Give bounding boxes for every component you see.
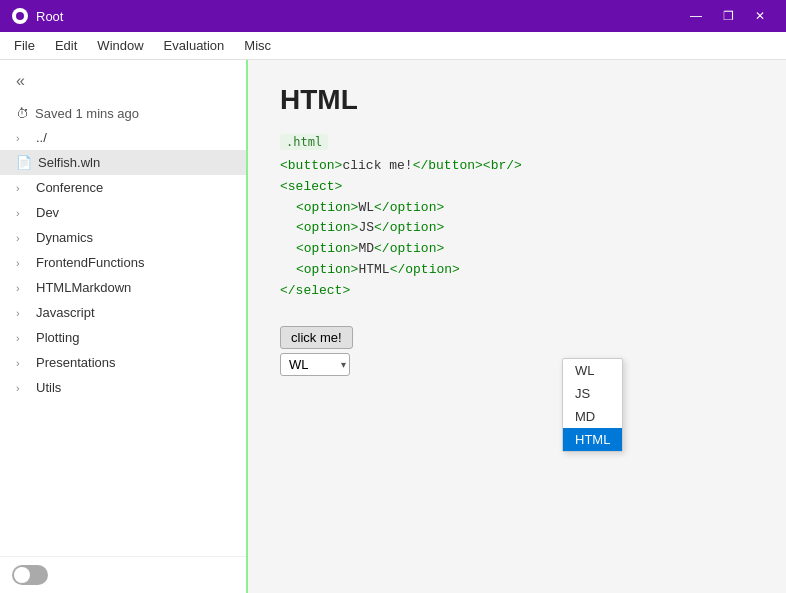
- dropdown-option-md[interactable]: MD: [563, 405, 622, 428]
- title-bar-left: Root: [12, 8, 63, 24]
- preview-select[interactable]: WL JS MD HTML: [280, 353, 350, 376]
- dropdown-overlay: WL JS MD HTML: [562, 358, 623, 452]
- preview-select-container: WL JS MD HTML ▾: [280, 353, 350, 376]
- app-icon: [12, 8, 28, 24]
- svg-point-0: [16, 12, 24, 20]
- sidebar-item-label: Presentations: [36, 355, 234, 370]
- code-line-3: <option>WL</option>: [280, 198, 754, 219]
- file-icon: 📄: [16, 155, 32, 170]
- menu-evaluation[interactable]: Evaluation: [154, 34, 235, 57]
- sidebar-item-active-file[interactable]: 📄 Selfish.wln: [0, 150, 246, 175]
- chevron-right-icon: ›: [16, 207, 30, 219]
- sidebar-item-htmlmarkdown[interactable]: › HTMLMarkdown: [0, 275, 246, 300]
- menu-file[interactable]: File: [4, 34, 45, 57]
- menu-edit[interactable]: Edit: [45, 34, 87, 57]
- code-tag: <option>: [296, 220, 358, 235]
- editor-title: HTML: [280, 84, 754, 116]
- code-tag: </option>: [374, 241, 444, 256]
- sidebar-item-label: Utils: [36, 380, 234, 395]
- sidebar-item-parent[interactable]: › ../: [0, 125, 246, 150]
- sidebar-item-plotting[interactable]: › Plotting: [0, 325, 246, 350]
- sidebar-status: ⏱ Saved 1 mins ago: [0, 102, 246, 125]
- dropdown-option-js[interactable]: JS: [563, 382, 622, 405]
- code-tag: <option>: [296, 200, 358, 215]
- sidebar-item-conference[interactable]: › Conference: [0, 175, 246, 200]
- dropdown-option-html[interactable]: HTML: [563, 428, 622, 451]
- code-text: MD: [358, 241, 374, 256]
- sidebar-item-dynamics[interactable]: › Dynamics: [0, 225, 246, 250]
- sidebar-item-label: FrontendFunctions: [36, 255, 234, 270]
- code-tag: </select>: [280, 283, 350, 298]
- code-text: WL: [358, 200, 374, 215]
- code-tag: <option>: [296, 262, 358, 277]
- close-button[interactable]: ✕: [746, 6, 774, 26]
- chevron-right-icon: ›: [16, 282, 30, 294]
- sidebar-bottom: [0, 556, 246, 593]
- collapse-button[interactable]: «: [12, 68, 29, 94]
- sidebar-top: «: [0, 60, 246, 102]
- preview-area: click me! WL JS MD HTML ▾: [280, 316, 754, 376]
- sidebar-item-javascript[interactable]: › Javascript: [0, 300, 246, 325]
- chevron-right-icon: ›: [16, 357, 30, 369]
- menu-bar: File Edit Window Evaluation Misc: [0, 32, 786, 60]
- menu-misc[interactable]: Misc: [234, 34, 281, 57]
- menu-window[interactable]: Window: [87, 34, 153, 57]
- code-tag: </option>: [374, 200, 444, 215]
- code-text: JS: [358, 220, 374, 235]
- chevron-right-icon: ›: [16, 307, 30, 319]
- main-content: « ⏱ Saved 1 mins ago › ../ 📄 Selfish.wln…: [0, 60, 786, 593]
- chevron-right-icon: ›: [16, 382, 30, 394]
- code-block: <button>click me!</button><br/> <select>…: [280, 156, 754, 302]
- title-bar: Root — ❐ ✕: [0, 0, 786, 32]
- status-clock-icon: ⏱: [16, 106, 29, 121]
- status-text: Saved 1 mins ago: [35, 106, 139, 121]
- code-tag: </option>: [390, 262, 460, 277]
- code-tag: </option>: [374, 220, 444, 235]
- sidebar-parent-label: ../: [36, 130, 234, 145]
- sidebar: « ⏱ Saved 1 mins ago › ../ 📄 Selfish.wln…: [0, 60, 248, 593]
- code-line-7: </select>: [280, 281, 754, 302]
- sidebar-item-presentations[interactable]: › Presentations: [0, 350, 246, 375]
- chevron-right-icon: ›: [16, 182, 30, 194]
- minimize-button[interactable]: —: [682, 6, 710, 26]
- window-title: Root: [36, 9, 63, 24]
- code-line-1: <button>click me!</button><br/>: [280, 156, 754, 177]
- sidebar-item-label: Dynamics: [36, 230, 234, 245]
- code-line-2: <select>: [280, 177, 754, 198]
- sidebar-item-utils[interactable]: › Utils: [0, 375, 246, 400]
- sidebar-items: › ../ 📄 Selfish.wln › Conference › Dev ›…: [0, 125, 246, 556]
- sidebar-item-label: Dev: [36, 205, 234, 220]
- chevron-right-icon: ›: [16, 132, 30, 144]
- code-text: HTML: [358, 262, 389, 277]
- window-controls: — ❐ ✕: [682, 6, 774, 26]
- code-text: click me!: [342, 158, 412, 173]
- sidebar-item-dev[interactable]: › Dev: [0, 200, 246, 225]
- chevron-right-icon: ›: [16, 257, 30, 269]
- theme-toggle-button[interactable]: [12, 565, 48, 585]
- code-line-5: <option>MD</option>: [280, 239, 754, 260]
- sidebar-item-label: Plotting: [36, 330, 234, 345]
- sidebar-item-label: Conference: [36, 180, 234, 195]
- file-type-badge: .html: [280, 134, 328, 150]
- code-tag: </button><br/>: [413, 158, 522, 173]
- sidebar-item-label: Javascript: [36, 305, 234, 320]
- chevron-right-icon: ›: [16, 232, 30, 244]
- code-line-4: <option>JS</option>: [280, 218, 754, 239]
- sidebar-item-frontendfunctions[interactable]: › FrontendFunctions: [0, 250, 246, 275]
- sidebar-active-file-label: Selfish.wln: [38, 155, 234, 170]
- code-tag: <select>: [280, 179, 342, 194]
- maximize-button[interactable]: ❐: [714, 6, 742, 26]
- chevron-right-icon: ›: [16, 332, 30, 344]
- code-tag: <button>: [280, 158, 342, 173]
- dropdown-option-wl[interactable]: WL: [563, 359, 622, 382]
- sidebar-item-label: HTMLMarkdown: [36, 280, 234, 295]
- code-line-6: <option>HTML</option>: [280, 260, 754, 281]
- preview-click-me-button[interactable]: click me!: [280, 326, 353, 349]
- editor-area: HTML .html <button>click me!</button><br…: [248, 60, 786, 593]
- code-tag: <option>: [296, 241, 358, 256]
